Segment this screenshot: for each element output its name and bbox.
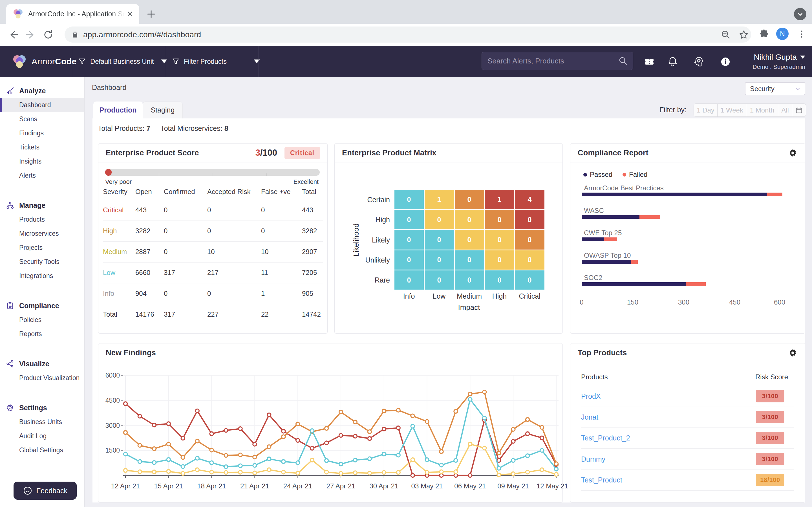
matrix-cell-high-info[interactable]: 0 bbox=[395, 210, 424, 229]
time-filter-1-week[interactable]: 1 Week bbox=[717, 104, 746, 116]
header-divider bbox=[165, 46, 165, 77]
matrix-cell-unlikely-medium[interactable]: 0 bbox=[455, 250, 484, 270]
card-settings-gear-icon[interactable] bbox=[788, 348, 798, 357]
filter-products-dropdown[interactable]: Filter Products bbox=[172, 46, 258, 77]
severity-severity-cell: Medium bbox=[103, 248, 127, 256]
series-medium-point bbox=[555, 472, 558, 476]
matrix-cell-likely-critical[interactable]: 0 bbox=[515, 230, 544, 249]
sidebar-item-projects[interactable]: Projects bbox=[0, 240, 84, 255]
search-input[interactable]: Search Alerts, Products bbox=[481, 52, 633, 70]
sidebar-item-products[interactable]: Products bbox=[0, 212, 84, 226]
tab-search-icon[interactable] bbox=[794, 8, 806, 20]
browser-tab[interactable]: ArmorCode Inc - Application Se bbox=[6, 4, 139, 24]
matrix-cell-certain-medium[interactable]: 0 bbox=[455, 190, 484, 209]
extensions-icon[interactable] bbox=[758, 29, 770, 40]
severity-total-cell: 2907 bbox=[302, 248, 317, 256]
compliance-bar-armorcode-best-practices[interactable] bbox=[582, 192, 782, 196]
funnel-icon bbox=[172, 58, 179, 65]
compliance-bar-owasp-top-10[interactable] bbox=[582, 260, 638, 264]
matrix-cell-likely-medium[interactable]: 0 bbox=[455, 230, 484, 249]
matrix-cell-likely-low[interactable]: 0 bbox=[425, 230, 454, 249]
lock-icon[interactable] bbox=[71, 31, 79, 39]
matrix-cell-rare-low[interactable]: 0 bbox=[425, 270, 454, 290]
back-icon[interactable] bbox=[8, 29, 19, 40]
sidebar-item-dashboard[interactable]: Dashboard bbox=[0, 98, 84, 112]
series-critical-point bbox=[382, 427, 386, 431]
series-critical-point bbox=[310, 446, 314, 450]
matrix-cell-certain-high[interactable]: 1 bbox=[485, 190, 514, 209]
matrix-cell-high-high[interactable]: 0 bbox=[485, 210, 514, 229]
sidebar-item-audit-log[interactable]: Audit Log bbox=[0, 429, 84, 443]
tab-staging[interactable]: Staging bbox=[143, 102, 183, 118]
sidebar-item-security-tools[interactable]: Security Tools bbox=[0, 255, 84, 269]
card-settings-gear-icon[interactable] bbox=[788, 148, 798, 158]
product-link[interactable]: Jonat bbox=[581, 413, 598, 421]
compliance-bar-cwe-top-25[interactable] bbox=[582, 237, 617, 241]
series-low-point bbox=[224, 465, 228, 469]
series-high-point bbox=[425, 419, 429, 423]
sidebar-section-manage: Manage bbox=[0, 198, 84, 212]
calendar-icon[interactable] bbox=[792, 104, 806, 116]
sidebar-item-tickets[interactable]: Tickets bbox=[0, 140, 84, 154]
matrix-cell-certain-info[interactable]: 0 bbox=[395, 190, 424, 209]
sidebar-item-business-units[interactable]: Business Units bbox=[0, 415, 84, 429]
dashboard-type-select[interactable]: Security bbox=[745, 82, 805, 95]
sidebar-item-policies[interactable]: Policies bbox=[0, 313, 84, 327]
product-link[interactable]: ProdX bbox=[581, 392, 600, 400]
brand[interactable]: ArmorCode bbox=[11, 46, 76, 77]
user-menu[interactable]: Nikhil Gupta Demo : Superadmin bbox=[753, 46, 805, 77]
matrix-cell-rare-medium[interactable]: 0 bbox=[455, 270, 484, 290]
product-link[interactable]: Dummy bbox=[581, 455, 605, 463]
sidebar-item-scans[interactable]: Scans bbox=[0, 112, 84, 126]
sidebar-item-findings[interactable]: Findings bbox=[0, 126, 84, 140]
forward-icon[interactable] bbox=[25, 29, 36, 40]
matrix-cell-certain-critical[interactable]: 4 bbox=[515, 190, 544, 209]
series-medium-point bbox=[353, 471, 357, 474]
series-high-point bbox=[152, 447, 156, 451]
notifications-bell-icon[interactable] bbox=[667, 56, 678, 67]
new-tab-icon[interactable] bbox=[146, 9, 156, 19]
sidebar-item-integrations[interactable]: Integrations bbox=[0, 269, 84, 283]
sidebar-item-product-visualization[interactable]: Product Visualization bbox=[0, 371, 84, 385]
sidebar-item-microservices[interactable]: Microservices bbox=[0, 226, 84, 240]
business-unit-dropdown[interactable]: Default Business Unit bbox=[78, 46, 165, 77]
matrix-cell-high-medium[interactable]: 0 bbox=[455, 210, 484, 229]
search-icon[interactable] bbox=[618, 56, 628, 66]
matrix-cell-likely-info[interactable]: 0 bbox=[395, 230, 424, 249]
matrix-cell-high-critical[interactable]: 0 bbox=[515, 210, 544, 229]
sidebar-item-reports[interactable]: Reports bbox=[0, 327, 84, 341]
sidebar-item-label: Microservices bbox=[19, 230, 59, 237]
matrix-cell-unlikely-critical[interactable]: 0 bbox=[515, 250, 544, 270]
tab-close-icon[interactable] bbox=[126, 10, 134, 18]
matrix-cell-unlikely-info[interactable]: 0 bbox=[395, 250, 424, 270]
browser-menu-icon[interactable] bbox=[796, 29, 807, 40]
product-link[interactable]: Test_Product bbox=[581, 476, 622, 484]
sidebar-item-alerts[interactable]: Alerts bbox=[0, 168, 84, 182]
matrix-cell-unlikely-low[interactable]: 0 bbox=[425, 250, 454, 270]
reload-icon[interactable] bbox=[43, 29, 54, 40]
url-bar[interactable]: app.armorcode.com/#/dashboard bbox=[65, 26, 751, 43]
matrix-cell-rare-info[interactable]: 0 bbox=[395, 270, 424, 290]
compliance-bar-soc2[interactable] bbox=[582, 282, 706, 286]
bookmark-star-icon[interactable] bbox=[739, 30, 749, 40]
tab-production[interactable]: Production bbox=[93, 102, 143, 118]
time-filter-all[interactable]: All bbox=[778, 104, 792, 116]
product-link[interactable]: Test_Product_2 bbox=[581, 434, 630, 442]
matrix-cell-rare-critical[interactable]: 0 bbox=[515, 270, 544, 290]
ticket-icon[interactable] bbox=[644, 56, 654, 67]
time-filter-1-day[interactable]: 1 Day bbox=[694, 104, 717, 116]
feedback-button[interactable]: Feedback bbox=[13, 482, 77, 500]
sidebar-item-insights[interactable]: Insights bbox=[0, 154, 84, 168]
sidebar-item-global-settings[interactable]: Global Settings bbox=[0, 443, 84, 457]
matrix-cell-rare-high[interactable]: 0 bbox=[485, 270, 514, 290]
info-icon[interactable] bbox=[720, 56, 731, 67]
matrix-cell-unlikely-high[interactable]: 0 bbox=[485, 250, 514, 270]
support-head-icon[interactable] bbox=[692, 56, 703, 67]
matrix-cell-certain-low[interactable]: 1 bbox=[425, 190, 454, 209]
browser-profile-avatar[interactable]: N bbox=[776, 27, 789, 40]
compliance-bar-wasc[interactable] bbox=[582, 215, 660, 219]
matrix-cell-high-low[interactable]: 0 bbox=[425, 210, 454, 229]
zoom-out-icon[interactable] bbox=[721, 30, 731, 40]
time-filter-1-month[interactable]: 1 Month bbox=[746, 104, 778, 116]
matrix-cell-likely-high[interactable]: 0 bbox=[485, 230, 514, 249]
